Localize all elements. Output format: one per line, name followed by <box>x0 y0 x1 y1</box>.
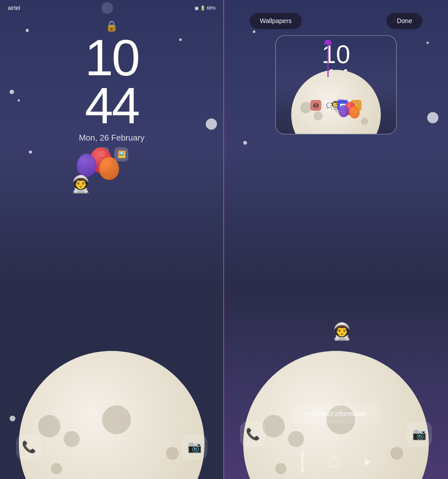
rdot-4 <box>427 112 438 123</box>
rdot-3 <box>427 42 429 44</box>
camera-app-right[interactable]: 📷 <box>406 421 432 447</box>
nav-home[interactable] <box>329 457 339 467</box>
moon-left <box>19 351 204 479</box>
sim-icon: ▣ <box>195 5 199 11</box>
balloon-orange <box>99 157 119 180</box>
nav-bar-right <box>224 451 448 473</box>
deco-dot-7 <box>10 416 15 421</box>
nav-recents[interactable] <box>301 451 303 473</box>
camera-app-left[interactable]: 📷 <box>182 434 207 460</box>
preview-balloon-orange <box>349 106 360 118</box>
preview-balloon-purple <box>339 105 349 117</box>
prev-crater-1 <box>300 102 312 113</box>
crater-5 <box>51 463 62 474</box>
clock-date-left: Mon, 26 February <box>79 133 144 143</box>
deco-dot-2 <box>179 38 182 41</box>
phone-app-right[interactable]: 📞 <box>240 421 266 447</box>
status-bar-left: airtel ▣ 🔋 68% <box>0 0 223 16</box>
wifi-icon: 🔋 <box>200 5 205 11</box>
nav-back[interactable] <box>365 458 371 466</box>
prev-crater-4 <box>361 118 368 125</box>
wallpapers-button[interactable]: Wallpapers <box>250 13 302 29</box>
status-icons: ▣ 🔋 68% <box>195 5 216 11</box>
preview-widget-chat: 💬 <box>324 100 335 111</box>
deco-dot-6 <box>29 150 32 154</box>
done-button[interactable]: Done <box>387 13 422 29</box>
left-phone-screen: airtel ▣ 🔋 68% 🔒 10 44 Mon, 26 February … <box>0 0 224 479</box>
carrier-text: airtel <box>8 5 20 12</box>
battery-text: 68% <box>207 5 216 11</box>
deco-dot-5 <box>206 118 217 130</box>
prev-crater-2 <box>314 111 323 120</box>
clock-minute-left: 44 <box>85 80 139 131</box>
astronaut-right: 👨‍🚀 <box>332 322 352 341</box>
arrow-indicator <box>318 40 338 80</box>
preview-widget-phone: 📵 <box>310 100 321 111</box>
deco-dot-1 <box>26 29 29 32</box>
rdot-1 <box>253 30 255 33</box>
phone-app-left[interactable]: 📞 <box>16 434 42 460</box>
crater-3 <box>102 405 131 434</box>
bottom-apps-left: 📞 📷 <box>0 434 223 460</box>
balloon-purple <box>77 154 97 177</box>
right-phone-screen: Wallpapers Done 10 44 Mon, 26 February 📵… <box>224 0 448 479</box>
clock-hour-left: 10 <box>85 32 139 83</box>
contact-info-button[interactable]: + Contact information <box>292 405 380 423</box>
bottom-apps-right: 📞 📷 <box>224 421 448 447</box>
deco-dot-3 <box>18 99 20 101</box>
deco-dot-4 <box>10 90 14 94</box>
widget-photo-icon: 🖼️ <box>114 147 128 161</box>
rdot-5 <box>243 141 247 145</box>
camera-cutout <box>101 2 113 14</box>
astronaut-left: 👨‍🚀 <box>70 175 91 194</box>
